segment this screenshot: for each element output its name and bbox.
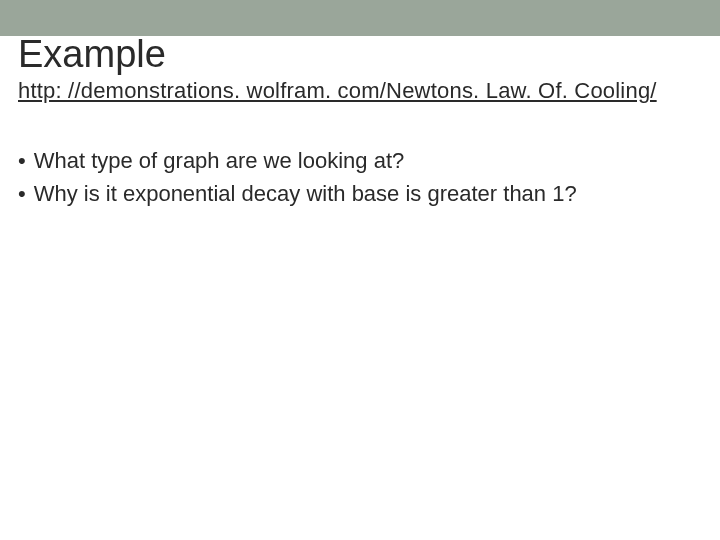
bullet-icon: • <box>18 146 26 176</box>
bullet-text: Why is it exponential decay with base is… <box>34 179 577 209</box>
list-item: • Why is it exponential decay with base … <box>18 179 702 209</box>
slide-title: Example <box>18 34 702 76</box>
bullet-text: What type of graph are we looking at? <box>34 146 405 176</box>
list-item: • What type of graph are we looking at? <box>18 146 702 176</box>
bullet-icon: • <box>18 179 26 209</box>
slide-link[interactable]: http: //demonstrations. wolfram. com/New… <box>18 78 702 104</box>
slide-content: Example http: //demonstrations. wolfram.… <box>0 34 720 209</box>
bullet-list: • What type of graph are we looking at? … <box>18 146 702 209</box>
header-band <box>0 0 720 36</box>
